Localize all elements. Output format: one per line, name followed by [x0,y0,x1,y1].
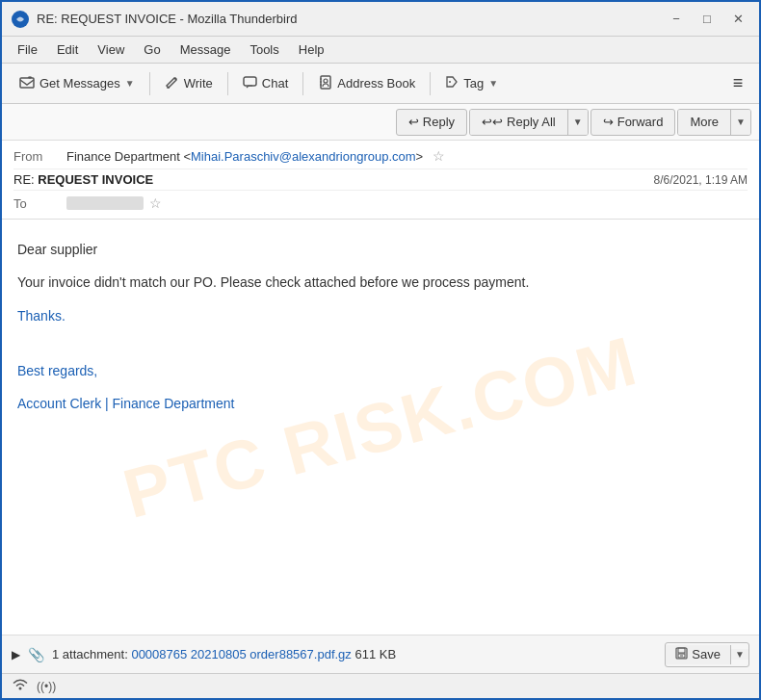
tag-icon [445,75,459,91]
subject-prefix: RE: [13,172,38,187]
menu-file[interactable]: File [10,40,45,59]
status-text: ((•)) [37,680,56,693]
titlebar: RE: REQUEST INVOICE - Mozilla Thunderbir… [2,2,759,37]
write-label: Write [184,76,213,91]
titlebar-left: RE: REQUEST INVOICE - Mozilla Thunderbir… [12,11,297,28]
reply-all-button[interactable]: ↩↩ Reply All [470,109,568,136]
reply-all-icon: ↩↩ [482,115,503,129]
svg-point-14 [19,687,22,690]
save-button-group: Save ▼ [665,642,749,667]
toolbar-separator-4 [430,72,431,95]
subject-value: RE: REQUEST INVOICE [13,172,153,187]
write-icon [165,75,179,92]
menubar: File Edit View Go Message Tools Help [2,37,759,64]
tag-button[interactable]: Tag ▼ [435,69,508,98]
svg-point-5 [324,79,328,83]
chat-label: Chat [262,76,288,91]
actionbar: ↩ Reply ↩↩ Reply All ▼ ↪ Forward More ▼ [2,104,759,141]
chat-button[interactable]: Chat [233,69,298,98]
subject-row: RE: REQUEST INVOICE 8/6/2021, 1:19 AM [13,169,748,191]
get-messages-icon [19,74,35,92]
menu-edit[interactable]: Edit [49,40,86,59]
subject-text: REQUEST INVOICE [38,172,153,187]
get-messages-button[interactable]: Get Messages ▼ [10,69,144,98]
save-icon [675,647,688,662]
svg-rect-3 [244,77,256,86]
save-label: Save [692,647,721,661]
close-button[interactable]: ✕ [726,8,749,31]
menu-help[interactable]: Help [291,40,332,59]
menu-go[interactable]: Go [136,40,168,59]
hamburger-menu-button[interactable]: ≡ [724,70,751,97]
menu-view[interactable]: View [90,40,132,59]
reply-all-group: ↩↩ Reply All ▼ [469,109,589,136]
forward-icon: ↪ [603,115,614,129]
watermark: PTC RISK.COM [111,305,649,549]
body-thanks: Thanks. [17,305,744,326]
attachment-info: 1 attachment: 00008765 20210805 order885… [52,647,657,661]
tag-label: Tag [463,76,484,91]
minimize-button[interactable]: − [665,8,688,31]
body-main: Your invoice didn't match our PO. Please… [17,272,744,293]
main-toolbar: Get Messages ▼ Write Chat Address Book T… [2,64,759,104]
reply-button[interactable]: ↩ Reply [396,109,467,136]
address-book-icon [318,75,332,92]
save-button[interactable]: Save [666,645,731,664]
reply-label: Reply [423,115,455,129]
more-group: More ▼ [677,109,751,136]
email-body: PTC RISK.COM Dear supplier Your invoice … [2,220,759,635]
body-signature: Account Clerk | Finance Department [17,393,744,414]
window-title: RE: REQUEST INVOICE - Mozilla Thunderbir… [37,12,297,26]
from-label: From [13,149,66,164]
toolbar-separator-1 [149,72,150,95]
from-row: From Finance Department <Mihai.Paraschiv… [13,146,748,166]
menu-message[interactable]: Message [172,40,239,59]
attachment-count: 1 attachment: [52,647,128,661]
toolbar-separator-2 [227,72,228,95]
save-dropdown-button[interactable]: ▼ [731,649,748,660]
menu-tools[interactable]: Tools [242,40,286,59]
more-button[interactable]: More [678,109,731,136]
from-star-icon[interactable]: ☆ [433,148,445,164]
reply-icon: ↩ [408,115,419,129]
write-button[interactable]: Write [155,69,223,98]
toolbar-separator-3 [302,72,303,95]
attachment-bar: ▶ 📎 1 attachment: 00008765 20210805 orde… [2,635,759,673]
statusbar: ((•)) [2,673,759,698]
to-star-icon[interactable]: ☆ [149,195,162,211]
maximize-button[interactable]: □ [695,8,719,31]
chat-icon [243,75,257,92]
email-header: From Finance Department <Mihai.Paraschiv… [2,141,759,220]
from-email[interactable]: Mihai.Paraschiv@alexandriongroup.com [191,149,416,164]
from-value: Finance Department <Mihai.Paraschiv@alex… [66,148,748,164]
thunderbird-icon [12,11,29,28]
tag-dropdown-icon[interactable]: ▼ [488,78,498,89]
address-book-button[interactable]: Address Book [308,69,425,98]
get-messages-label: Get Messages [39,76,120,91]
reply-all-label: Reply All [507,115,556,129]
get-messages-dropdown-icon[interactable]: ▼ [125,78,135,89]
attachment-size: 611 KB [354,647,396,661]
body-regards: Best regards, [17,360,744,381]
forward-button[interactable]: ↪ Forward [590,109,676,136]
paperclip-icon: 📎 [28,647,44,662]
body-greeting: Dear supplier [17,239,744,260]
window-controls: − □ ✕ [665,8,749,31]
address-book-label: Address Book [337,76,415,91]
svg-rect-1 [20,78,34,88]
reply-all-dropdown-button[interactable]: ▼ [568,109,588,136]
from-name: Finance Department [66,149,180,164]
to-row: To ☆ [13,194,748,213]
forward-label: Forward [617,115,664,129]
more-label: More [690,115,719,129]
to-label: To [13,196,66,211]
svg-rect-11 [678,648,685,653]
svg-point-9 [449,81,451,83]
attachment-expand-icon[interactable]: ▶ [12,648,20,661]
attachment-filename[interactable]: 00008765 20210805 order88567.pdf.gz [131,647,351,661]
to-value-redacted [66,196,144,210]
more-dropdown-button[interactable]: ▼ [731,109,750,136]
email-date: 8/6/2021, 1:19 AM [654,173,748,187]
signal-icon [12,678,29,694]
